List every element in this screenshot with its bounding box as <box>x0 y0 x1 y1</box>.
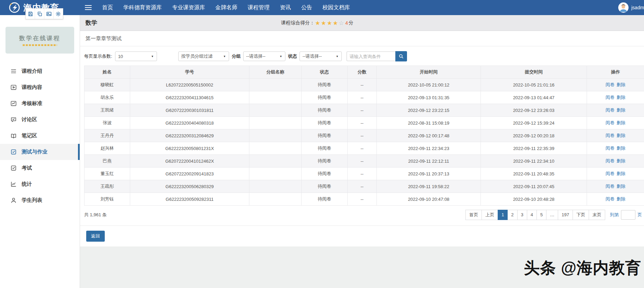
mini-toolbar <box>25 8 63 19</box>
nav-item-1[interactable]: 首页 <box>102 4 113 11</box>
star-empty-icon: ☆ <box>339 20 344 26</box>
review-link[interactable]: 阅卷 <box>606 95 614 100</box>
delete-link[interactable]: 删除 <box>617 95 625 100</box>
table-row: 穆晓虹L620722200505150002待阅卷--2022-10-05 21… <box>84 79 644 91</box>
cell-actions: 阅卷删除 <box>587 168 644 180</box>
nav-item-2[interactable]: 学科德育资源库 <box>123 4 162 11</box>
page-button-4[interactable]: 4 <box>527 210 537 220</box>
cell-submit-time: 2022-09-12 15:39:24 <box>481 117 587 129</box>
cell-actions: 阅卷删除 <box>587 193 644 206</box>
page-size-select[interactable]: 10▼ <box>115 51 157 61</box>
cell-score: -- <box>348 129 377 142</box>
review-link[interactable]: 阅卷 <box>606 158 614 163</box>
group-select[interactable]: --请选择--▼ <box>243 51 285 61</box>
delete-link[interactable]: 删除 <box>617 184 625 189</box>
sidebar-item-course-intro[interactable]: 课程介绍 <box>0 63 80 79</box>
review-link[interactable]: 阅卷 <box>606 196 614 201</box>
page-button-197[interactable]: 197 <box>558 210 573 220</box>
delete-link[interactable]: 删除 <box>617 82 625 87</box>
group-filter-select[interactable]: 按学员分组过滤▼ <box>178 51 229 61</box>
nav-item-3[interactable]: 专业课资源库 <box>172 4 205 11</box>
sidebar-item-course-content[interactable]: 课程内容 <box>0 79 80 95</box>
video-icon <box>10 84 17 91</box>
course-header-bar: 数学 课程综合得分： ★★★★☆ 4 分 <box>80 15 644 31</box>
cell-status: 待阅卷 <box>302 129 348 142</box>
page-button-3[interactable]: 3 <box>517 210 527 220</box>
cell-student-id: G622223200404080318 <box>130 117 249 129</box>
review-link[interactable]: 阅卷 <box>606 133 614 138</box>
prev-page-button[interactable]: 上页 <box>482 210 498 220</box>
column-header: 姓名 <box>84 66 130 79</box>
sidebar-menu: 课程介绍课程内容考核标准讨论区笔记区测试与作业考试统计学生列表 <box>0 63 80 208</box>
sidebar-item-discussion[interactable]: 讨论区 <box>0 112 80 128</box>
sidebar-item-notes[interactable]: 笔记区 <box>0 128 80 144</box>
cell-start-time: 2022-10-05 21:00:12 <box>377 79 481 91</box>
column-header: 状态 <box>302 66 348 79</box>
panel-footer: 返回 <box>80 226 644 242</box>
search-button[interactable] <box>395 51 407 61</box>
cell-actions: 阅卷删除 <box>587 104 644 117</box>
save-icon[interactable] <box>26 9 35 19</box>
sidebar-item-label: 笔记区 <box>22 133 37 139</box>
review-link[interactable]: 阅卷 <box>606 171 614 176</box>
sidebar-item-student-list[interactable]: 学生列表 <box>0 192 80 208</box>
review-link[interactable]: 阅卷 <box>606 107 614 113</box>
nav-item-8[interactable]: 校园文档库 <box>323 4 350 11</box>
delete-link[interactable]: 删除 <box>617 133 625 138</box>
delete-link[interactable]: 删除 <box>617 158 625 163</box>
next-page-button[interactable]: 下页 <box>573 210 589 220</box>
delete-link[interactable]: 删除 <box>617 146 625 151</box>
list-icon <box>10 68 17 74</box>
chevron-down-icon: ▼ <box>336 55 339 58</box>
nav-item-7[interactable]: 公告 <box>301 4 312 11</box>
review-link[interactable]: 阅卷 <box>606 184 614 189</box>
delete-link[interactable]: 删除 <box>617 107 625 113</box>
cell-status: 待阅卷 <box>302 155 348 168</box>
goto-page-input[interactable] <box>621 210 635 220</box>
thumbnail-decoration <box>23 44 57 46</box>
search-input[interactable] <box>347 51 395 61</box>
copy-icon[interactable] <box>35 9 44 19</box>
cell-group <box>249 79 302 91</box>
delete-link[interactable]: 删除 <box>617 120 625 125</box>
sidebar-item-tests-homework[interactable]: 测试与作业 <box>0 144 80 160</box>
score-value: 4 <box>345 20 348 26</box>
sidebar-item-label: 课程内容 <box>22 84 42 91</box>
sidebar-item-exam[interactable]: 考试 <box>0 160 80 176</box>
cell-group <box>249 180 302 193</box>
delete-link[interactable]: 删除 <box>617 171 625 176</box>
review-link[interactable]: 阅卷 <box>606 82 614 87</box>
cell-student-id: G622223200312084629 <box>130 129 249 142</box>
course-thumbnail[interactable]: 数学在线课程 <box>5 27 74 54</box>
back-button[interactable]: 返回 <box>86 231 105 242</box>
page-button-1[interactable]: 1 <box>498 210 508 220</box>
sidebar-item-label: 考试 <box>22 165 32 171</box>
settings-icon[interactable] <box>54 9 63 19</box>
table-body: 穆晓虹L620722200505150002待阅卷--2022-10-05 21… <box>84 79 644 206</box>
table-header-row: 姓名学号分组名称状态分数开始时间提交时间操作 <box>84 66 644 79</box>
sidebar-item-assessment-standard[interactable]: 考核标准 <box>0 95 80 112</box>
nav-item-6[interactable]: 资讯 <box>280 4 291 11</box>
content-panel: 第一章章节测试 每页显示条数: 10▼ 按学员分组过滤▼ 分组 --请选择--▼… <box>80 31 644 246</box>
last-page-button[interactable]: 末页 <box>589 210 605 220</box>
page-button-2[interactable]: 2 <box>507 210 517 220</box>
review-link[interactable]: 阅卷 <box>606 146 614 151</box>
cell-submit-time: 2022-09-11 20:48:35 <box>481 168 587 180</box>
cell-status: 待阅卷 <box>302 117 348 129</box>
user-block[interactable]: jsadm <box>618 0 644 15</box>
course-title: 数学 <box>80 19 97 27</box>
first-page-button[interactable]: 首页 <box>465 210 482 220</box>
assessment-icon <box>10 100 17 107</box>
user-avatar[interactable] <box>618 2 629 13</box>
review-link[interactable]: 阅卷 <box>606 120 614 125</box>
status-select[interactable]: --请选择--▼ <box>300 51 342 61</box>
nav-item-5[interactable]: 课程管理 <box>248 4 270 11</box>
menu-toggle-icon[interactable] <box>85 5 92 10</box>
nav-item-4[interactable]: 金牌名师 <box>215 4 237 11</box>
page-button-5[interactable]: 5 <box>536 210 546 220</box>
delete-link[interactable]: 删除 <box>617 196 625 201</box>
cell-start-time: 2022-09-11 22:12:11 <box>377 155 481 168</box>
cell-actions: 阅卷删除 <box>587 155 644 168</box>
image-icon[interactable] <box>44 9 54 19</box>
sidebar-item-statistics[interactable]: 统计 <box>0 176 80 192</box>
